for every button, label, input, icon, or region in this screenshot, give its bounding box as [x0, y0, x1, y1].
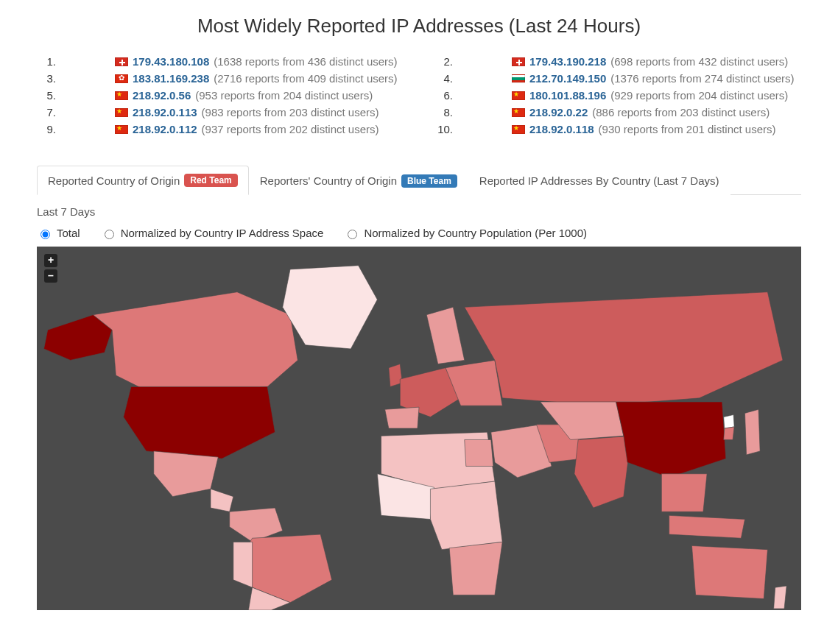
radio-label: Normalized by Country IP Address Space [121, 227, 324, 239]
ip-row: 1.179.43.180.108 (1638 reports from 436 … [37, 55, 404, 68]
region-peru-bolivia[interactable] [233, 542, 253, 587]
region-australia[interactable] [692, 546, 768, 599]
normalization-radios: Total Normalized by Country IP Address S… [37, 227, 801, 239]
ip-link[interactable]: 218.92.0.56 [133, 89, 191, 102]
ip-rank: 6. [434, 89, 453, 102]
region-indonesia[interactable] [669, 515, 745, 538]
ip-meta: (930 reports from 201 distinct users) [599, 123, 776, 135]
radio-population-input[interactable] [348, 230, 357, 239]
flag-icon [512, 108, 525, 117]
region-canada[interactable] [93, 292, 297, 398]
region-north-korea[interactable] [724, 414, 734, 428]
ip-meta: (953 reports from 204 distinct users) [195, 89, 373, 102]
ip-row: 4.212.70.149.150 (1376 reports from 274 … [434, 72, 801, 85]
tab-ips-by-country[interactable]: Reported IP Addresses By Country (Last 7… [468, 166, 730, 195]
ip-link[interactable]: 179.43.190.218 [529, 55, 606, 68]
ip-link[interactable]: 180.101.88.196 [529, 89, 606, 102]
world-map-svg [37, 247, 801, 610]
tab-label: Reported IP Addresses By Country (Last 7… [479, 174, 719, 187]
radio-total[interactable]: Total [37, 227, 80, 239]
ip-row: 6.180.101.88.196 (929 reports from 204 d… [434, 89, 801, 102]
radio-ipspace-input[interactable] [105, 230, 114, 239]
ip-meta: (937 reports from 202 distinct users) [202, 123, 379, 135]
ip-row: 9.218.92.0.112 (937 reports from 202 dis… [37, 123, 404, 135]
region-egypt[interactable] [465, 439, 493, 466]
ip-meta: (698 reports from 432 distinct users) [610, 55, 788, 68]
page-title: Most Widely Reported IP Addresses (Last … [37, 15, 801, 38]
ip-meta: (886 reports from 203 distinct users) [592, 106, 770, 118]
badge-blue-team: Blue Team [401, 174, 457, 188]
region-india[interactable] [574, 436, 631, 508]
region-scandinavia[interactable] [426, 307, 464, 364]
zoom-controls: + – [44, 254, 57, 283]
ip-meta: (983 reports from 203 distinct users) [202, 106, 379, 118]
region-mexico[interactable] [154, 451, 218, 497]
ip-row: 5.218.92.0.56 (953 reports from 204 dist… [37, 89, 404, 102]
region-south-korea[interactable] [724, 427, 734, 439]
flag-icon [512, 91, 525, 100]
ip-link[interactable]: 179.43.180.108 [133, 55, 209, 68]
ip-link[interactable]: 218.92.0.112 [133, 123, 197, 135]
ip-rank: 10. [434, 123, 453, 135]
ip-row: 3.183.81.169.238 (2716 reports from 409 … [37, 72, 404, 85]
flag-icon [512, 57, 525, 66]
radio-by-population[interactable]: Normalized by Country Population (Per 10… [344, 227, 587, 239]
ip-row: 2.179.43.190.218 (698 reports from 432 d… [434, 55, 801, 68]
flag-icon [115, 74, 128, 83]
radio-by-ip-space[interactable]: Normalized by Country IP Address Space [101, 227, 324, 239]
ip-link[interactable]: 218.92.0.118 [529, 123, 594, 135]
radio-total-input[interactable] [41, 230, 50, 239]
region-spain[interactable] [385, 407, 419, 428]
flag-icon [512, 74, 525, 83]
region-greenland[interactable] [283, 266, 378, 349]
tab-reported-country[interactable]: Reported Country of Origin Red Team [37, 166, 249, 195]
ip-rank: 9. [37, 123, 56, 135]
ip-rank: 3. [37, 72, 56, 85]
ip-rank: 7. [37, 106, 56, 118]
ip-row: 7.218.92.0.113 (983 reports from 203 dis… [37, 106, 404, 118]
zoom-in-button[interactable]: + [44, 254, 57, 267]
ip-meta: (1376 reports from 274 distinct users) [610, 72, 794, 85]
ip-meta: (2716 reports from 409 distinct users) [214, 72, 397, 85]
ip-rank: 4. [434, 72, 453, 85]
subheading: Last 7 Days [37, 205, 801, 218]
ip-link[interactable]: 218.92.0.22 [529, 106, 588, 118]
ip-rank: 8. [434, 106, 453, 118]
ip-meta: (929 reports from 204 distinct users) [610, 89, 788, 102]
ip-rank: 1. [37, 55, 56, 68]
flag-icon [115, 108, 128, 117]
region-russia[interactable] [465, 292, 783, 406]
region-usa[interactable] [124, 386, 275, 459]
region-central-africa[interactable] [430, 481, 502, 550]
ip-link[interactable]: 183.81.169.238 [133, 72, 209, 85]
region-new-zealand[interactable] [774, 586, 786, 609]
flag-icon [512, 125, 525, 134]
tabs: Reported Country of Origin Red Team Repo… [37, 165, 801, 195]
tab-label: Reporters' Country of Origin [260, 174, 397, 187]
radio-label: Normalized by Country Population (Per 10… [364, 227, 587, 239]
ip-row: 8.218.92.0.22 (886 reports from 203 dist… [434, 106, 801, 118]
ip-meta: (1638 reports from 436 distinct users) [214, 55, 397, 68]
ip-rank: 2. [434, 55, 453, 68]
top-ip-list: 1.179.43.180.108 (1638 reports from 436 … [37, 55, 801, 135]
tab-reporters-country[interactable]: Reporters' Country of Origin Blue Team [249, 166, 468, 195]
flag-icon [115, 91, 128, 100]
tab-label: Reported Country of Origin [48, 174, 180, 187]
ip-rank: 5. [37, 89, 56, 102]
radio-label: Total [57, 227, 80, 239]
ip-row: 10.218.92.0.118 (930 reports from 201 di… [434, 123, 801, 135]
badge-red-team: Red Team [184, 174, 237, 187]
ip-link[interactable]: 212.70.149.150 [529, 72, 606, 85]
region-central-america[interactable] [211, 489, 233, 512]
region-china[interactable] [616, 402, 726, 478]
region-japan[interactable] [745, 409, 761, 455]
world-map[interactable]: + – [37, 247, 801, 610]
region-se-asia[interactable] [661, 474, 707, 512]
ip-link[interactable]: 218.92.0.113 [133, 106, 197, 118]
zoom-out-button[interactable]: – [44, 269, 57, 283]
flag-icon [115, 57, 128, 66]
region-southern-africa[interactable] [449, 542, 502, 595]
flag-icon [115, 125, 128, 134]
